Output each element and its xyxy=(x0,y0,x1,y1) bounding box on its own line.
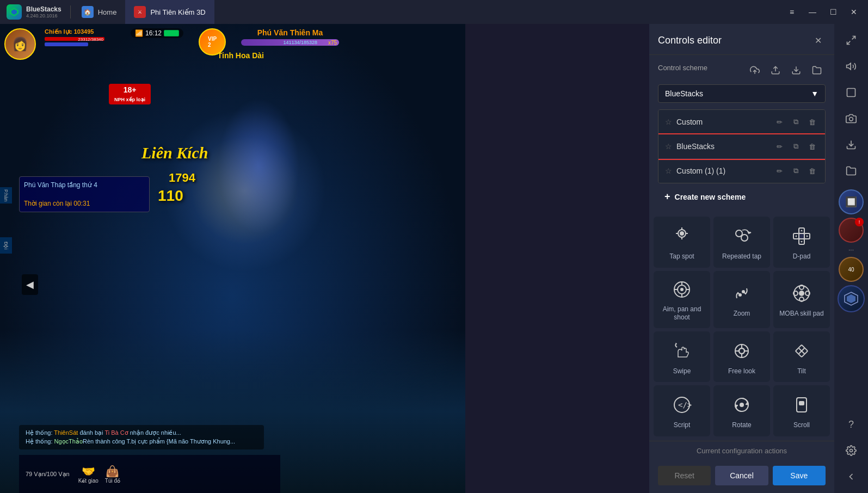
rotate-control[interactable]: Rotate xyxy=(713,385,770,436)
svg-line-49 xyxy=(847,41,851,45)
edit-custom1-button[interactable]: ✏ xyxy=(773,164,786,177)
scheme-item-custom1[interactable]: ☆ Custom (1) (1) ✏ ⧉ 🗑 xyxy=(658,159,825,183)
free-look-control[interactable]: Free look xyxy=(713,331,770,383)
home-tab[interactable]: 🏠 Home xyxy=(73,0,126,24)
game-tab[interactable]: ⚔ Phi Tiên Kiếm 3D xyxy=(125,0,214,24)
svg-rect-17 xyxy=(799,233,804,239)
swipe-control[interactable]: Swipe xyxy=(654,331,710,383)
delete-bluestacks-button[interactable]: 🗑 xyxy=(805,140,818,153)
panel-header: Controls editor ✕ xyxy=(649,24,834,55)
swipe-label: Swipe xyxy=(673,367,691,376)
back-sidebar-button[interactable] xyxy=(839,465,863,489)
scheme-list-container: ☆ Custom ✏ ⧉ 🗑 ☆ BlueStacks ✏ ⧉ 🗑 xyxy=(649,109,834,212)
cloud-upload-button[interactable] xyxy=(746,61,764,79)
star-custom1-icon[interactable]: ☆ xyxy=(665,167,672,175)
scheme-list: ☆ Custom ✏ ⧉ 🗑 ☆ BlueStacks ✏ ⧉ 🗑 xyxy=(658,109,826,183)
scroll-icon xyxy=(791,394,812,416)
tap-spot-label: Tap spot xyxy=(669,252,694,261)
rotate-screen-button[interactable] xyxy=(839,81,863,104)
save-button[interactable]: Save xyxy=(773,466,826,485)
app-version: 4.240.20.1016 xyxy=(26,13,61,19)
custom-scheme-actions: ✏ ⧉ 🗑 xyxy=(773,115,818,128)
minimize-button[interactable]: — xyxy=(803,3,822,21)
close-button[interactable]: ✕ xyxy=(844,3,864,21)
star-bluestacks-icon[interactable]: ☆ xyxy=(665,142,672,151)
expand-button[interactable] xyxy=(839,28,863,52)
window-controls: ≡ — ☐ ✕ xyxy=(782,3,868,21)
create-new-scheme-button[interactable]: + Create new scheme xyxy=(658,186,826,208)
aim-pan-shoot-icon xyxy=(671,279,693,300)
question-button[interactable]: ? xyxy=(839,412,863,436)
zoom-control[interactable]: Zoom xyxy=(713,271,770,328)
custom1-scheme-name: Custom (1) (1) xyxy=(676,167,773,175)
d-pad-label: D-pad xyxy=(793,252,811,261)
d-pad-control[interactable]: D-pad xyxy=(773,217,830,268)
scheme-item-custom[interactable]: ☆ Custom ✏ ⧉ 🗑 xyxy=(658,110,825,134)
svg-point-34 xyxy=(739,348,744,354)
custom-scheme-name: Custom xyxy=(676,118,773,126)
script-label: Script xyxy=(674,421,691,430)
delete-custom1-button[interactable]: 🗑 xyxy=(805,164,818,177)
star-custom-icon[interactable]: ☆ xyxy=(665,118,672,126)
edit-custom-button[interactable]: ✏ xyxy=(773,115,786,128)
screenshot-button[interactable] xyxy=(839,107,863,131)
panel-title: Controls editor xyxy=(658,35,722,46)
script-icon: </> xyxy=(671,394,693,416)
swipe-icon xyxy=(671,340,693,362)
svg-point-20 xyxy=(681,288,683,291)
moba-skill-pad-control[interactable]: MOBA skill pad xyxy=(773,271,830,328)
folder-button[interactable] xyxy=(808,61,826,79)
bluestacks-app-tab[interactable]: BlueStacks 4.240.20.1016 xyxy=(0,0,68,24)
rotate-icon xyxy=(731,394,753,416)
repeated-tap-label: Repeated tap xyxy=(722,252,761,261)
copy-custom-button[interactable]: ⧉ xyxy=(789,115,802,128)
svg-point-26 xyxy=(742,290,745,293)
svg-rect-51 xyxy=(847,89,855,97)
svg-point-52 xyxy=(849,118,853,121)
bluestacks-scheme-actions: ✏ ⧉ 🗑 xyxy=(773,140,818,153)
import-button[interactable] xyxy=(767,61,784,79)
repeated-tap-control[interactable]: Repeated tap xyxy=(713,217,770,268)
scheme-item-bluestacks[interactable]: ☆ BlueStacks ✏ ⧉ 🗑 xyxy=(658,134,825,159)
more-actions-button[interactable]: ··· xyxy=(848,246,854,254)
free-look-label: Free look xyxy=(728,367,755,376)
download-button[interactable] xyxy=(839,133,863,157)
app-name: BlueStacks xyxy=(26,5,61,13)
volume-button[interactable] xyxy=(839,54,863,78)
settings-sidebar-button[interactable] xyxy=(839,439,863,463)
controls-grid: Tap spot Repeated tap xyxy=(649,212,834,441)
script-control[interactable]: </> Script xyxy=(654,385,710,436)
skill-2-button[interactable]: ! xyxy=(839,218,864,243)
custom1-scheme-actions: ✏ ⧉ 🗑 xyxy=(773,164,818,177)
skill-1-button[interactable]: 🔲 xyxy=(839,189,864,214)
svg-point-10 xyxy=(680,232,684,235)
svg-point-54 xyxy=(850,449,853,452)
menu-button[interactable]: ≡ xyxy=(782,3,802,21)
game-tab-icon: ⚔ xyxy=(134,6,146,18)
tilt-control[interactable]: Tilt xyxy=(773,331,830,383)
folder-sidebar-button[interactable] xyxy=(839,159,863,183)
bluestacks-info: BlueStacks 4.240.20.1016 xyxy=(26,5,61,19)
scheme-dropdown[interactable]: BlueStacks ▼ xyxy=(658,84,826,103)
divider-1 xyxy=(70,5,71,19)
tap-spot-control[interactable]: Tap spot xyxy=(654,217,710,268)
cancel-button[interactable]: Cancel xyxy=(715,466,768,485)
copy-custom1-button[interactable]: ⧉ xyxy=(789,164,802,177)
copy-bluestacks-button[interactable]: ⧉ xyxy=(789,140,802,153)
svg-marker-50 xyxy=(847,63,851,70)
scheme-section: Control scheme xyxy=(649,55,834,109)
export-button[interactable] xyxy=(787,61,805,79)
delete-custom-button[interactable]: 🗑 xyxy=(805,115,818,128)
reset-button[interactable]: Reset xyxy=(658,466,711,485)
skill-4-button[interactable] xyxy=(838,285,865,312)
svg-point-25 xyxy=(738,293,742,297)
svg-rect-47 xyxy=(799,401,804,405)
svg-point-12 xyxy=(741,235,748,241)
maximize-button[interactable]: ☐ xyxy=(823,3,843,21)
panel-close-button[interactable]: ✕ xyxy=(810,33,826,48)
aim-pan-shoot-control[interactable]: Aim, pan and shoot xyxy=(654,271,710,328)
skill-3-button[interactable]: 40 xyxy=(839,257,864,282)
scroll-control[interactable]: Scroll xyxy=(773,385,830,436)
edit-bluestacks-button[interactable]: ✏ xyxy=(773,140,786,153)
aim-pan-shoot-label: Aim, pan and shoot xyxy=(658,305,706,322)
